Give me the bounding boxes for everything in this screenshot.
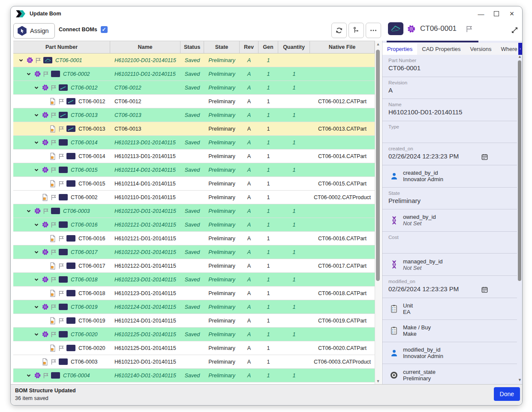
chevron-down-icon[interactable] [24, 72, 33, 77]
cell-quantity [278, 122, 310, 135]
field-label: Make / Buy [403, 324, 431, 331]
chevron-down-icon[interactable] [32, 140, 41, 145]
part-thumbnail [59, 276, 68, 283]
table-row[interactable]: CT06-0013CT06-0013PreliminaryA1CT06-0013… [13, 122, 381, 136]
structure-button[interactable] [349, 23, 364, 38]
table-scrollbar-thumb[interactable] [376, 50, 380, 281]
more-button[interactable] [366, 23, 381, 38]
field-modified-on[interactable]: modified_on02/26/2024 12:23:23 PM [382, 276, 517, 298]
minimize-button[interactable]: — [473, 8, 489, 20]
table-row[interactable]: CT06-0002H6102110-D01-20140115Preliminar… [13, 191, 381, 204]
table-row[interactable]: CT06-0014H6102113-D01-20140115Preliminar… [13, 149, 381, 163]
tab-overflow-button[interactable]: › [518, 43, 522, 55]
cell-name: H6102124-D01-20140115 [110, 300, 180, 313]
field-part-number[interactable]: Part NumberCT06-0001 [382, 55, 517, 77]
expand-dialog-button[interactable] [508, 24, 521, 36]
table-row[interactable]: CT06-0020H6102125-D01-20140115Preliminar… [13, 341, 381, 355]
column-header-state[interactable]: State [204, 41, 240, 53]
column-header-quantity[interactable]: Quantity [278, 41, 310, 53]
assign-button[interactable]: Assign [13, 23, 55, 39]
column-header-native-file[interactable]: Native File [310, 41, 375, 53]
scroll-up-icon[interactable]: ▲ [518, 54, 522, 59]
field-created-by-id[interactable]: created_by_idInnovator Admin [382, 165, 517, 188]
table-row[interactable]: CT06-0002H6102110-D01-20140115SavedPreli… [13, 67, 381, 81]
refresh-button[interactable] [331, 23, 347, 38]
table-row[interactable]: CT06-0015H6102114-D01-20140115Preliminar… [13, 177, 381, 191]
more-icon [370, 27, 377, 34]
table-row[interactable]: CT06-0016H6102121-D01-20140115SavedPreli… [13, 218, 381, 232]
panel-scrollbar-thumb[interactable] [518, 60, 521, 281]
tree-icon [352, 27, 360, 34]
chevron-down-icon[interactable] [32, 167, 41, 173]
document-icon [48, 290, 57, 297]
field-modified-by-id[interactable]: modified_by_idInnovator Admin [382, 342, 517, 364]
table-row[interactable]: CT06-0014H6102113-D01-20140115SavedPreli… [13, 136, 381, 149]
field-label: current_state [403, 369, 436, 375]
table-row[interactable]: CT06-0003H6102120-D01-20140115Preliminar… [13, 355, 381, 369]
flag-icon [49, 167, 58, 173]
column-header-name[interactable]: Name [110, 41, 180, 53]
done-button[interactable]: Done [494, 387, 520, 401]
column-header-status[interactable]: Status [180, 41, 204, 53]
field-created-on[interactable]: created_on02/26/2024 12:23:23 PM [382, 143, 517, 165]
tab-properties[interactable]: Properties [382, 43, 417, 55]
tab-where-used[interactable]: Where Used [496, 43, 518, 55]
connect-boms-checkbox[interactable]: ✓ [101, 26, 108, 33]
chevron-down-icon[interactable] [24, 373, 33, 378]
table-row[interactable]: CT06-0004H6102140-D01-20140115SavedPreli… [13, 369, 381, 382]
flag-icon [57, 290, 66, 297]
table-row[interactable]: CT06-0015H6102114-D01-20140115SavedPreli… [13, 163, 381, 177]
table-row[interactable]: CT06-0016H6102121-D01-20140115Preliminar… [13, 232, 381, 245]
scroll-down-icon[interactable]: ▼ [518, 378, 522, 382]
column-header-gen[interactable]: Gen [258, 41, 278, 53]
cell-native-file: CT06-0002.CATProduct [310, 191, 375, 204]
field-current-state[interactable]: current_statePreliminary [382, 364, 517, 385]
chevron-down-icon[interactable] [17, 58, 25, 63]
calendar-icon[interactable] [481, 286, 488, 293]
table-row[interactable]: CT06-0020H6102125-D01-20140115SavedPreli… [13, 328, 381, 341]
chevron-down-icon[interactable] [32, 250, 41, 255]
field-label: Cost [388, 235, 517, 240]
calendar-icon[interactable] [481, 153, 488, 161]
chevron-down-icon[interactable] [24, 209, 33, 214]
field-name[interactable]: NameH6102100-D01-20140115 [382, 99, 517, 121]
chevron-down-icon[interactable] [32, 222, 41, 227]
table-row[interactable]: CT06-0013CT06-0013SavedPreliminaryA11 [13, 108, 381, 122]
field-unit[interactable]: UnitEA [382, 298, 517, 320]
close-button[interactable]: × [504, 8, 520, 20]
table-row[interactable]: CT06-0019H6102124-D01-20140115SavedPreli… [13, 300, 381, 314]
table-row[interactable]: CT06-0003H6102120-D01-20140115SavedPreli… [13, 204, 381, 218]
scroll-up-icon[interactable]: ▲ [375, 42, 381, 46]
cell-native-file: CT06-0018.CATPart [310, 287, 375, 300]
chevron-down-icon[interactable] [32, 332, 41, 337]
cell-gen: 1 [258, 136, 278, 149]
field-type[interactable]: Type [382, 121, 517, 143]
chevron-down-icon[interactable] [32, 305, 41, 310]
field-make-buy[interactable]: Make / BuyMake [382, 320, 517, 342]
field-cost[interactable]: Cost [382, 232, 517, 254]
chevron-down-icon[interactable] [32, 85, 41, 90]
chevron-down-icon[interactable] [32, 113, 41, 118]
panel-scrollbar[interactable]: ▲ ▼ [518, 56, 522, 381]
scroll-down-icon[interactable]: ▼ [375, 379, 381, 383]
column-header-rev[interactable]: Rev [240, 41, 258, 53]
tab-versions[interactable]: Versions [466, 43, 496, 55]
table-row[interactable]: CT06-0017H6102122-D01-20140115SavedPreli… [13, 245, 381, 259]
column-header-part-number[interactable]: Part Number [13, 41, 110, 53]
table-row[interactable]: CT06-0019H6102124-D01-20140115Preliminar… [13, 314, 381, 328]
table-row[interactable]: CT06-0012CT06-0012SavedPreliminaryA11 [13, 81, 381, 95]
field-owned-by-id[interactable]: owned_by_idNot Set [382, 209, 517, 232]
table-row[interactable]: CT06-0018H6102123-D01-20140115SavedPreli… [13, 273, 381, 287]
table-scrollbar[interactable]: ▲ ▼ [375, 41, 381, 385]
cell-status: Saved [180, 245, 204, 259]
maximize-button[interactable] [489, 8, 504, 20]
table-row[interactable]: CT06-0001H6102100-D01-20140115SavedPreli… [13, 54, 381, 67]
field-managed-by-id[interactable]: managed_by_idNot Set [382, 254, 517, 276]
table-row[interactable]: CT06-0018H6102123-D01-20140115Preliminar… [13, 287, 381, 300]
table-row[interactable]: CT06-0012CT06-0012PreliminaryA1CT06-0012… [13, 95, 381, 108]
table-row[interactable]: CT06-0017H6102122-D01-20140115Preliminar… [13, 259, 381, 273]
field-revision[interactable]: RevisionA [382, 77, 517, 99]
field-state[interactable]: StatePreliminary [382, 188, 517, 210]
chevron-down-icon[interactable] [32, 277, 41, 282]
tab-cad-properties[interactable]: CAD Properties [417, 43, 465, 55]
